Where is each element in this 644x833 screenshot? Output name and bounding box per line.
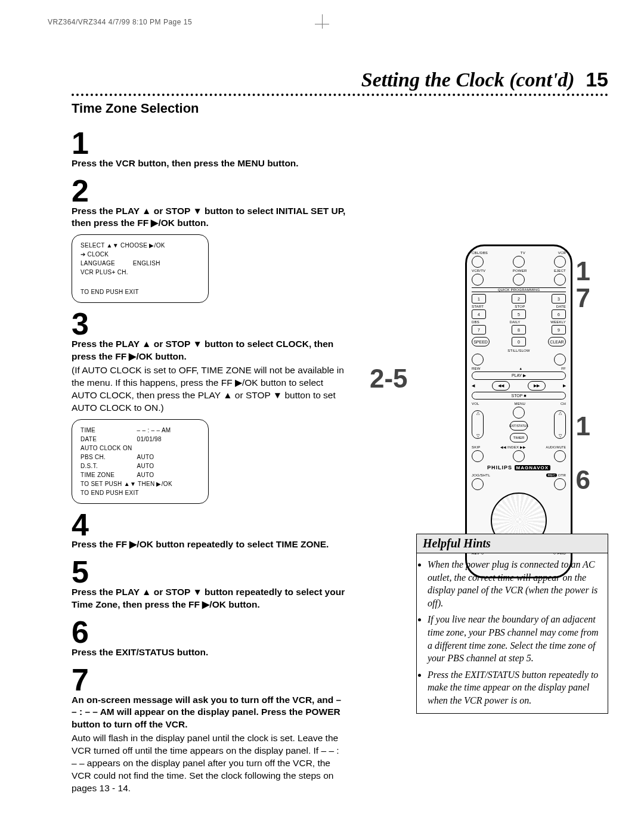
vcr-tv-button [472,274,484,286]
callout-7: 7 [576,283,590,313]
step-number: 4 [72,511,346,539]
vcr-button [554,256,566,268]
osd-row: D.S.T. [80,462,137,470]
hints-title: Helpful Hints [417,534,608,553]
osd-row: VCR PLUS+ CH. [80,268,133,277]
osd-row: DATE [80,435,137,444]
step-heading: Press the FF ▶/OK button repeatedly to s… [72,539,329,549]
callout-2-5: 2-5 [370,364,408,394]
step-heading: Press the EXIT/STATUS button. [72,647,208,657]
osd-footer: TO END PUSH EXIT [80,488,200,497]
steps-column: 1 Press the VCR button, then press the M… [72,122,346,795]
rec-otr-button [554,478,566,490]
hint-item: Press the EXIT/STATUS button repeatedly … [428,668,600,707]
keypad-2: 2 [512,294,526,304]
step-body: Auto will flash in the display panel unt… [72,732,346,795]
keypad-9: 9 [552,325,566,335]
step-heading: An on-screen message will ask you to tur… [72,695,341,730]
step-heading: Press the PLAY ▲ or STOP ▼ button to sel… [72,339,333,361]
hint-item: If you live near the boundary of an adja… [428,613,600,664]
callout-6: 6 [576,465,590,495]
keypad-5: 5 [512,309,526,319]
osd-row: AUTO CLOCK ON [80,444,137,453]
section-heading: Time Zone Selection [72,101,608,116]
quick-programming-label: QUICK PROGRAMMING [472,287,566,292]
step-number: 1 [72,129,346,157]
stop-button: STOP ■ [472,392,566,400]
page-number: 15 [586,68,608,91]
callout-1-top: 1 [576,256,590,286]
keypad-7: 7 [472,325,486,335]
speed-button: SPEED [472,337,490,346]
menu-button [513,407,525,419]
crop-mark [316,18,328,30]
step-heading: Press the VCR button, then press the MEN… [72,158,299,168]
keypad-1: 1 [472,294,486,304]
minus-button [472,354,484,366]
step-number: 6 [72,618,346,646]
keypad-0: 0 [512,337,526,346]
keypad-6: 6 [552,309,566,319]
osd-row: LANGUAGE [80,259,133,268]
header-note: VRZ364/VRZ344 4/7/99 8:10 PM Page 15 [48,18,608,26]
callout-1-mid: 1 [576,411,590,441]
step-number: 5 [72,558,346,586]
osd-row: TIME ZONE [80,470,137,479]
step-body: (If AUTO CLOCK is set to OFF, TIME ZONE … [72,364,346,414]
jog-shtl-button [472,478,484,490]
timer-button: TIMER [510,433,528,442]
cbl-dbs-button [472,256,484,268]
step-number: 3 [72,310,346,338]
keypad-4: 4 [472,309,486,319]
audio-button [554,450,566,462]
hint-item: When the power plug is connected to an A… [428,558,600,609]
index-button [513,450,525,462]
power-button [513,274,525,286]
ff-button: ▶▶ [528,381,546,391]
osd-footer: TO SET PUSH ▲▼ THEN ▶/OK [80,479,200,488]
clear-button: CLEAR [548,337,566,346]
step-heading: Press the PLAY ▲ or STOP ▼ button to sel… [72,206,345,228]
osd-row: ➔ CLOCK [80,250,133,259]
exit-status-button: EXIT/STATUS [510,421,528,431]
still-slow-label: STILL/SLOW [472,349,566,352]
keypad-3: 3 [552,294,566,304]
osd-row: TIME [80,426,137,435]
page-title: Setting the Clock (cont'd) [361,69,575,91]
remote-control-diagram: CBL/DBSTVVCR VCR/TVPOWEREJECT QUICK PROG… [465,244,572,578]
helpful-hints-box: Helpful Hints When the power plug is con… [416,534,608,714]
osd-screen-2: TIME– – : – – AM DATE01/01/98 AUTO CLOCK… [72,419,209,504]
eject-button [554,274,566,286]
keypad-8: 8 [512,325,526,335]
vol-rocker: △▽ [472,410,484,439]
osd-footer: TO END PUSH EXIT [80,287,200,296]
rew-button: ◀◀ [492,381,510,391]
manual-page: VRZ364/VRZ344 4/7/99 8:10 PM Page 15 Set… [0,0,644,833]
page-title-row: Setting the Clock (cont'd) 15 [72,68,608,96]
osd-screen-1: SELECT ▲▼ CHOOSE ▶/OK ➔ CLOCK LANGUAGEEN… [72,234,209,303]
step-heading: Press the PLAY ▲ or STOP ▼ button repeat… [72,587,345,609]
skip-button [472,450,484,462]
menu-label: MENU [515,402,525,405]
ch-rocker: △▽ [554,410,566,439]
osd-header: SELECT ▲▼ CHOOSE ▶/OK [80,241,200,250]
brand-label: PHILIPS MAGNAVOX [472,465,566,470]
osd-row: PBS CH. [80,453,137,462]
tv-button [513,256,525,268]
step-number: 2 [72,177,346,205]
plus-button [554,354,566,366]
step-number: 7 [72,666,346,694]
play-button: PLAY ▶ [472,371,566,380]
